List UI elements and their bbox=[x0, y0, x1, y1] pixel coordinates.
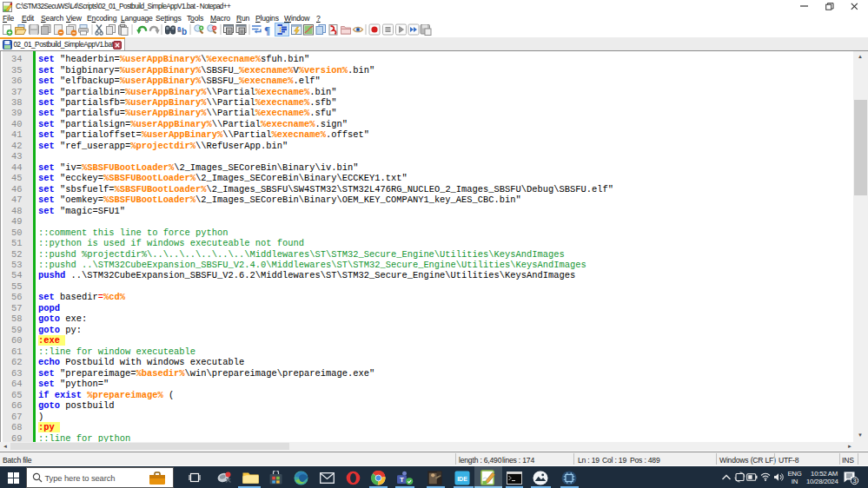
svg-text:¶: ¶ bbox=[264, 23, 270, 36]
svg-text:T: T bbox=[400, 476, 404, 484]
svg-text:IDE: IDE bbox=[457, 475, 467, 481]
svg-text:b: b bbox=[182, 27, 187, 36]
svg-text:3: 3 bbox=[852, 477, 856, 485]
